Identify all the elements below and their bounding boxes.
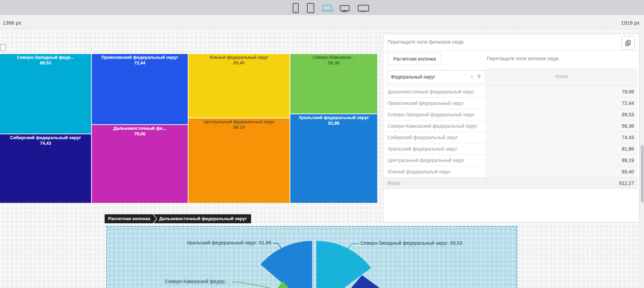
copy-layout-button[interactable] [621,36,635,50]
pivot-designer-panel: Перетащите поля фильтров сюда Расчетная … [383,34,639,222]
treemap-tile-value: 89,19 [188,125,290,130]
phone-device-icon[interactable] [293,3,299,13]
row-field-label: Федеральный округ [391,74,435,80]
device-toolbar: ✓ [0,0,644,15]
row-name: Северо-Кавказский федеральный округ [383,120,486,132]
slider-min-label: 1366 px [3,20,21,26]
monitor-device-icon[interactable] [340,4,350,12]
row-name: Сибирский федеральный округ [383,132,486,143]
scrollbar-thumb[interactable] [641,145,644,202]
pivot-table-row[interactable]: Северо-Кавказский федеральный округ56,36 [383,120,638,132]
report-designer: ✓ 1366 px 1919 px Северо-Западный феде..… [0,0,644,288]
tv-device-icon[interactable] [358,4,369,12]
field-chip-calc-column[interactable]: Расчетная колонка [388,53,441,65]
row-name: Итого [383,178,486,189]
device-switcher: ✓ [293,2,369,14]
row-value: 79,06 [486,86,637,97]
breadcrumb-item-calc-column[interactable]: Расчетная колонка [105,214,156,223]
pie-slice-label: Северо-Кавказский федер... [165,279,229,284]
row-value: 89,19 [486,155,637,166]
pivot-table-row[interactable]: Северо-Западный федеральный округ89,53 [383,109,638,120]
treemap-tile-value: 72,44 [92,60,188,66]
row-value: 89,53 [486,109,637,120]
treemap-tile-label: Центральный федеральный округ [188,119,290,125]
pivot-table-rows: Дальневосточный федеральный округ79,06Пр… [383,86,638,189]
treemap-tile-label: Сибирский федеральный округ [0,135,91,141]
treemap-tile-value: 81,86 [290,120,377,126]
laptop-device-icon[interactable]: ✓ [323,4,332,11]
sort-ascending-icon[interactable]: ↑ [471,74,474,80]
row-name: Приволжский федеральный округ [383,98,486,109]
treemap-tile-value: 56,36 [290,60,377,66]
row-value: 81,86 [486,143,637,154]
treemap-tile[interactable]: Уральский федеральный округ81,86 [290,114,377,203]
treemap-tile[interactable]: Приволжский федеральный округ72,44 [92,54,188,124]
treemap-tile[interactable]: Дальневосточный фе...79,06 [92,125,188,203]
pivot-total-row[interactable]: Итого612,27 [383,178,638,189]
columns-drop-hint[interactable]: Перетащите поля колонок сюда [487,56,559,61]
treemap-tile-value: 89,53 [0,60,91,66]
pivot-table-row[interactable]: Приволжский федеральный округ72,44 [383,98,638,109]
row-name: Уральский федеральный округ [383,143,486,154]
row-name: Дальневосточный федеральный округ [383,86,486,97]
pie-slice-uralsky [261,241,312,288]
treemap-tile-value: 79,06 [92,131,188,137]
treemap-tile[interactable]: Южный федеральный округ69,40 [188,54,290,118]
breadcrumb: Расчетная колонка Дальневосточный федера… [105,214,251,223]
treemap-tile[interactable]: Северо-Кавказски...56,36 [290,54,377,114]
treemap-tile-label: Дальневосточный фе... [92,126,188,131]
treemap-tile-label: Северо-Западный феде... [0,55,91,60]
width-slider-row: 1366 px 1919 px [0,15,644,30]
widget-resize-handle[interactable] [0,44,6,51]
treemap-tile-label: Южный федеральный округ [188,55,290,60]
pivot-table-row[interactable]: Уральский федеральный округ81,86 [383,143,638,155]
filters-drop-zone[interactable]: Перетащите поля фильтров сюда [383,34,639,51]
treemap-chart[interactable]: Северо-Западный феде...89,53Приволжский … [0,54,377,203]
pie-slice-label: Северо-Западный федеральный округ: 89,53 [360,240,462,246]
treemap-tile-value: 69,40 [188,60,290,66]
slider-max-label: 1919 px [621,20,639,26]
pivot-table-row[interactable]: Центральный федеральный округ89,19 [383,155,638,166]
row-value: 72,44 [486,98,637,109]
row-value: 74,43 [486,132,637,143]
row-field-selector[interactable]: Федеральный округ ↑ [387,70,485,84]
row-value: 56,36 [486,120,637,132]
row-value: 612,27 [486,178,637,189]
callout-line-sev-kavk [232,282,279,288]
pie-slice-label: Уральский федеральный округ: 81,86 [187,240,271,245]
pivot-table-row[interactable]: Дальневосточный федеральный округ79,06 [383,86,638,98]
breadcrumb-item-district[interactable]: Дальневосточный федеральный округ [153,214,251,223]
treemap-tile[interactable]: Центральный федеральный округ89,19 [188,118,290,203]
filters-hint: Перетащите поля фильтров сюда [388,39,464,45]
treemap-tile[interactable]: Сибирский федеральный округ74,43 [0,134,91,203]
filter-funnel-icon[interactable] [477,74,482,79]
vertical-scrollbar[interactable] [640,30,644,288]
total-column-header: Итого [486,69,637,86]
row-value: 69,40 [486,166,637,177]
treemap-tile-label: Северо-Кавказски... [290,55,377,60]
tablet-device-icon[interactable] [307,3,314,13]
pivot-table-row[interactable]: Сибирский федеральный округ74,43 [383,132,638,143]
copy-layout-icon [625,39,632,46]
treemap-tile-label: Приволжский федеральный округ [92,55,188,60]
treemap-tile-value: 74,43 [0,141,91,146]
row-name: Центральный федеральный округ [383,155,486,166]
row-name: Южный федеральный округ [383,166,486,177]
row-name: Северо-Западный федеральный округ [383,109,486,120]
pivot-table-row[interactable]: Южный федеральный округ69,40 [383,166,638,178]
treemap-tile[interactable]: Северо-Западный феде...89,53 [0,54,91,134]
treemap-tile-label: Уральский федеральный округ [290,115,377,120]
